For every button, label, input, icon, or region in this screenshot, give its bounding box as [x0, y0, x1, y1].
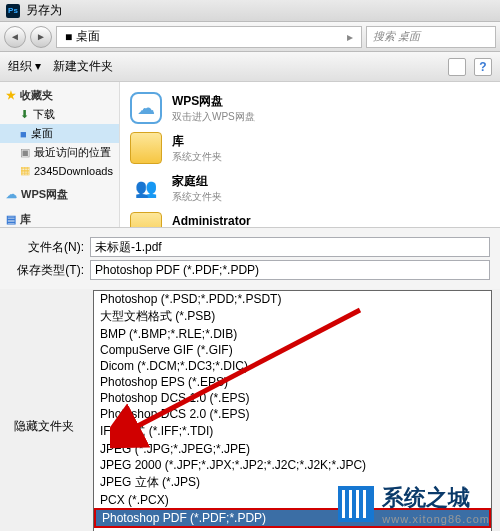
dropdown-option[interactable]: JPEG (*.JPG;*.JPEG;*.JPE) [94, 441, 491, 457]
sidebar-item-desktop[interactable]: ■桌面 [0, 124, 119, 143]
sidebar-item-downloads[interactable]: ⬇下载 [0, 105, 119, 124]
organize-button[interactable]: 组织 ▾ [8, 58, 41, 75]
location-path[interactable]: ■ 桌面 ▸ [56, 26, 362, 48]
forward-button[interactable]: ► [30, 26, 52, 48]
titlebar: Ps 另存为 [0, 0, 500, 22]
watermark: 系统之城 www.xitong86.com [338, 483, 490, 525]
view-button[interactable] [448, 58, 466, 76]
nav-bar: ◄ ► ■ 桌面 ▸ 搜索 桌面 [0, 22, 500, 52]
dropdown-option[interactable]: IFF 格式 (*.IFF;*.TDI) [94, 422, 491, 441]
app-icon: Ps [6, 4, 20, 18]
new-folder-button[interactable]: 新建文件夹 [53, 58, 113, 75]
admin-icon [130, 212, 162, 227]
cloud-icon: ☁ [6, 188, 17, 201]
libraries-group[interactable]: ▤库 [0, 210, 119, 227]
folder-icon [130, 132, 162, 164]
window-title: 另存为 [26, 2, 62, 19]
homegroup-icon: 👥 [130, 172, 162, 204]
main-area: ★收藏夹 ⬇下载 ■桌面 ▣最近访问的位置 ▦2345Downloads ☁WP… [0, 82, 500, 227]
dropdown-option[interactable]: Photoshop (*.PSD;*.PDD;*.PSDT) [94, 291, 491, 307]
watermark-icon [338, 486, 374, 522]
help-button[interactable]: ? [474, 58, 492, 76]
back-button[interactable]: ◄ [4, 26, 26, 48]
item-wps[interactable]: ☁ WPS网盘双击进入WPS网盘 [130, 88, 490, 128]
dropdown-option[interactable]: BMP (*.BMP;*.RLE;*.DIB) [94, 326, 491, 342]
item-admin[interactable]: Administrator系统文件夹 [130, 208, 490, 227]
item-homegroup[interactable]: 👥 家庭组系统文件夹 [130, 168, 490, 208]
content-pane: ☁ WPS网盘双击进入WPS网盘 库系统文件夹 👥 家庭组系统文件夹 Admin… [120, 82, 500, 227]
toolbar: 组织 ▾ 新建文件夹 ? [0, 52, 500, 82]
fields-area: 文件名(N): 保存类型(T): [0, 227, 500, 289]
star-icon: ★ [6, 89, 16, 102]
watermark-title: 系统之城 [382, 483, 490, 513]
dropdown-option[interactable]: Photoshop DCS 1.0 (*.EPS) [94, 390, 491, 406]
dropdown-option[interactable]: JPEG 2000 (*.JPF;*.JPX;*.JP2;*.J2C;*.J2K… [94, 457, 491, 473]
filename-label: 文件名(N): [10, 239, 84, 256]
dropdown-option[interactable]: Photoshop DCS 2.0 (*.EPS) [94, 406, 491, 422]
dropdown-option[interactable]: CompuServe GIF (*.GIF) [94, 342, 491, 358]
sidebar-item-recent[interactable]: ▣最近访问的位置 [0, 143, 119, 162]
sidebar-item-2345[interactable]: ▦2345Downloads [0, 162, 119, 179]
hide-folders-link[interactable]: 隐藏文件夹 [14, 418, 74, 435]
type-combobox[interactable] [90, 260, 490, 280]
cloud-big-icon: ☁ [130, 92, 162, 124]
filename-input[interactable] [90, 237, 490, 257]
wps-group[interactable]: ☁WPS网盘 [0, 185, 119, 204]
type-label: 保存类型(T): [10, 262, 84, 279]
favorites-group[interactable]: ★收藏夹 [0, 86, 119, 105]
dropdown-option[interactable]: 大型文档格式 (*.PSB) [94, 307, 491, 326]
dropdown-option[interactable]: Dicom (*.DCM;*.DC3;*.DIC) [94, 358, 491, 374]
item-library[interactable]: 库系统文件夹 [130, 128, 490, 168]
location-label: 桌面 [76, 28, 100, 45]
watermark-sub: www.xitong86.com [382, 513, 490, 525]
sidebar: ★收藏夹 ⬇下载 ■桌面 ▣最近访问的位置 ▦2345Downloads ☁WP… [0, 82, 120, 227]
desktop-icon: ■ [65, 30, 72, 44]
search-input[interactable]: 搜索 桌面 [366, 26, 496, 48]
dropdown-option[interactable]: Photoshop EPS (*.EPS) [94, 374, 491, 390]
